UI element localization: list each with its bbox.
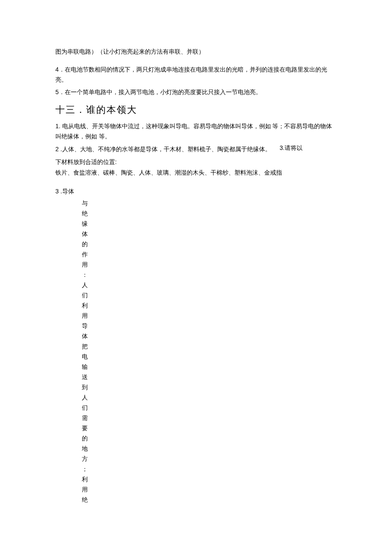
s13-item-1: 1. 电从电线、开关等物体中流过，这种现象叫导电。容易导电的物体叫导体，例如 等…: [55, 121, 337, 142]
item-4: 4．在电池节数相同的情况下，两只灯泡成串地连接在电路里发出的光暗，并列的连接在电…: [55, 65, 337, 85]
vertical-char: 方: [82, 454, 337, 464]
vertical-char: 绝: [82, 209, 337, 219]
vertical-char: 用: [82, 311, 337, 321]
vertical-char: 导: [82, 321, 337, 331]
vertical-char: 电: [82, 352, 337, 362]
vertical-char: ；: [82, 464, 337, 474]
vertical-char: 体: [82, 229, 337, 239]
s13-materials-list: 铁片、食盐溶液、碳棒、陶瓷、人体、玻璃、潮湿的木头、干棉纱、塑料泡沫、金戒指: [55, 168, 337, 178]
item-5: 5．在一个简单电路中，接入两节电池，小灯泡的亮度要比只接入一节电池亮。: [55, 87, 337, 98]
s13-item-3-right-fragment: 3.请将以: [280, 144, 303, 152]
vertical-char: 体: [82, 331, 337, 342]
vertical-char: 的: [82, 239, 337, 250]
vertical-char: 绝: [82, 495, 337, 505]
vertical-char: 的: [82, 434, 337, 444]
vertical-char: 送: [82, 372, 337, 382]
section-13-heading: 十三．谁的本领大: [55, 104, 337, 116]
vertical-char: 用: [82, 260, 337, 270]
vertical-char: 地: [82, 444, 337, 454]
vertical-char: 用: [82, 485, 337, 495]
vertical-char: 输: [82, 362, 337, 372]
s13-item-2: 2 .人体、大地、不纯净的水等都是导体，干木材、塑料梳子、陶瓷都属于绝缘体。: [55, 144, 271, 155]
vertical-char: 把: [82, 342, 337, 352]
s13-item-3-continuation: 下材料放到合适的位置:: [55, 157, 337, 167]
vertical-char: 到: [82, 382, 337, 393]
top-note-line: 图为串联电路）（让小灯泡亮起来的方法有串联、并联）: [55, 47, 337, 57]
vertical-char: 们: [82, 403, 337, 413]
s13-vertical-lead: 3 .导体: [55, 187, 337, 197]
vertical-char: ：: [82, 270, 337, 280]
vertical-char: 缘: [82, 219, 337, 229]
s13-vertical-chars: 与绝缘体的作用：人们利用导体把电输送到人们需要的地方；利用绝: [55, 198, 337, 505]
vertical-char: 利: [82, 474, 337, 485]
vertical-char: 需: [82, 413, 337, 423]
vertical-char: 利: [82, 301, 337, 311]
vertical-char: 们: [82, 290, 337, 301]
s13-vertical-paragraph: 3 .导体 与绝缘体的作用：人们利用导体把电输送到人们需要的地方；利用绝: [55, 187, 337, 505]
vertical-char: 与: [82, 198, 337, 209]
vertical-char: 作: [82, 250, 337, 260]
vertical-char: 人: [82, 280, 337, 290]
vertical-char: 要: [82, 423, 337, 434]
document-page: 图为串联电路）（让小灯泡亮起来的方法有串联、并联） 4．在电池节数相同的情况下，…: [0, 0, 392, 555]
vertical-char: 人: [82, 393, 337, 403]
